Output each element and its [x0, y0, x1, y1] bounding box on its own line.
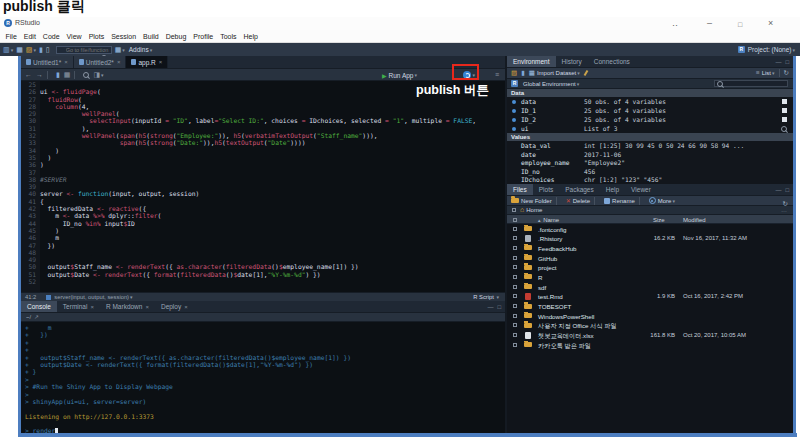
addins-caret-icon[interactable]: ▾: [150, 47, 153, 53]
tab-close-icon[interactable]: ×: [145, 304, 149, 310]
new-file-caret-icon[interactable]: ▾: [11, 47, 14, 53]
tab-close-icon[interactable]: ×: [184, 304, 188, 310]
tab-terminal[interactable]: Terminal×: [57, 301, 100, 312]
menu-code[interactable]: Code: [39, 33, 63, 40]
addins-menu[interactable]: Addins: [129, 46, 149, 53]
tab-plots[interactable]: Plots: [533, 184, 559, 195]
file-checkbox[interactable]: [513, 275, 517, 279]
environment-row-date[interactable]: date2017-11-06: [507, 150, 793, 159]
file-row-project[interactable]: project: [507, 263, 793, 273]
menu-session[interactable]: Session: [108, 33, 140, 40]
tab-r-markdown[interactable]: R Markdown×: [100, 301, 155, 312]
run-app-button[interactable]: ▶ Run App ▾: [382, 69, 417, 81]
rename-button[interactable]: Rename: [612, 198, 635, 204]
environment-row-ui[interactable]: uiList of 3: [507, 124, 793, 133]
column-size[interactable]: Size: [653, 217, 665, 223]
import-dataset-button[interactable]: Import Dataset: [537, 70, 576, 76]
list-view-caret-icon[interactable]: ▾: [772, 70, 775, 76]
new-folder-button[interactable]: New Folder: [521, 198, 552, 204]
workspace-panes-caret-icon[interactable]: ▾: [122, 47, 125, 53]
project-chooser[interactable]: R Project: (None) ▾: [738, 43, 795, 56]
environment-row-employee-name[interactable]: employee_name"Employee2": [507, 158, 793, 167]
environment-row-data-val[interactable]: Data_valint [1:25] 30 99 45 0 50 24 66 9…: [507, 141, 793, 150]
new-project-icon[interactable]: ▦: [16, 45, 23, 54]
file-checkbox[interactable]: [513, 294, 517, 298]
file-row-rhistory[interactable]: .Rhistory16.2 KBNov 16, 2017, 11:32 AM: [507, 234, 793, 244]
import-dataset-icon[interactable]: ▦: [529, 69, 535, 77]
delete-button[interactable]: Delete: [573, 198, 590, 204]
view-data-icon[interactable]: [782, 108, 787, 113]
window-maximize-icon[interactable]: □: [738, 19, 742, 30]
global-environment-caret-icon[interactable]: ▾: [577, 81, 580, 87]
panel-minimize-icon[interactable]: —: [487, 304, 493, 310]
tab-history[interactable]: History: [556, 56, 588, 67]
view-data-icon[interactable]: [782, 99, 787, 104]
file-row-r[interactable]: R: [507, 272, 793, 282]
tab-connections[interactable]: Connections: [588, 56, 636, 67]
tab-files[interactable]: Files: [507, 184, 533, 195]
global-environment-selector[interactable]: Global Environment: [523, 81, 576, 87]
tab-close-icon[interactable]: ×: [117, 59, 121, 65]
column-modified[interactable]: Modified: [683, 217, 706, 223]
menu-build[interactable]: Build: [140, 33, 163, 40]
file-checkbox[interactable]: [513, 314, 517, 318]
file-checkbox[interactable]: [513, 256, 517, 260]
view-data-icon[interactable]: [782, 117, 787, 122]
open-file-icon[interactable]: ▨: [26, 45, 33, 54]
file-row-office[interactable]: 사용자 지정 Office 서식 파일: [507, 321, 793, 331]
breadcrumb-home[interactable]: Home: [526, 207, 542, 213]
window-minimize-icon[interactable]: –: [707, 18, 712, 29]
file-type-selector[interactable]: R Script ▾: [473, 294, 499, 300]
select-all-checkbox[interactable]: [512, 208, 516, 212]
source-on-save-icon[interactable]: ▦: [64, 70, 71, 79]
menu-file[interactable]: File: [2, 33, 20, 40]
file-checkbox[interactable]: [513, 246, 517, 250]
file-row-feedbackhub[interactable]: FeedbackHub: [507, 243, 793, 253]
tab-help[interactable]: Help: [600, 184, 625, 195]
menu-help[interactable]: Help: [240, 33, 261, 40]
rename-icon[interactable]: [604, 198, 610, 204]
new-file-icon[interactable]: ▥: [3, 45, 10, 54]
window-close-icon[interactable]: ×: [768, 18, 773, 29]
tab-close-icon[interactable]: ×: [90, 304, 94, 310]
breadcrumb-more-icon[interactable]: …: [781, 207, 787, 213]
back-icon[interactable]: ←: [25, 70, 32, 79]
list-view-button[interactable]: List: [762, 70, 771, 76]
panel-minimize-icon[interactable]: —: [775, 187, 781, 193]
file-row-tobesoft[interactable]: TOBESOFT: [507, 302, 793, 312]
new-folder-icon[interactable]: [511, 198, 519, 203]
environment-row-id-no[interactable]: ID_no456: [507, 167, 793, 176]
column-name[interactable]: ▲ Name: [537, 217, 559, 223]
file-row-github[interactable]: GitHub: [507, 253, 793, 263]
save-file-icon[interactable]: ▮: [56, 70, 60, 79]
import-dataset-caret-icon[interactable]: ▾: [577, 70, 580, 76]
menu-plots[interactable]: Plots: [85, 33, 108, 40]
menu-tools[interactable]: Tools: [217, 33, 240, 40]
file-checkbox[interactable]: [513, 304, 517, 308]
inspect-object-icon[interactable]: [781, 126, 787, 132]
menu-profile[interactable]: Profile: [190, 33, 217, 40]
file-row-sdf[interactable]: sdf: [507, 282, 793, 292]
file-row-fontconfig[interactable]: .fontconfig: [507, 224, 793, 234]
clear-objects-broom-icon[interactable]: [583, 70, 588, 76]
panel-minimize-icon[interactable]: —: [775, 59, 781, 65]
file-row-windowspowershell[interactable]: WindowsPowerShell: [507, 311, 793, 321]
console-output[interactable]: + m+ })+ + + output$Staff_name <- render…: [21, 322, 505, 433]
forward-icon[interactable]: →: [36, 70, 43, 79]
refresh-icon[interactable]: ↻: [784, 69, 789, 77]
document-outline-icon[interactable]: ≡: [495, 71, 499, 78]
file-checkbox[interactable]: [513, 343, 517, 347]
tab-untitled1[interactable]: Untitled1*×: [21, 56, 74, 68]
code-tools-caret-icon[interactable]: ▾: [101, 72, 104, 78]
tab-app-r[interactable]: app.R×: [126, 56, 168, 68]
open-file-caret-icon[interactable]: ▾: [33, 47, 36, 53]
delete-icon[interactable]: ✕: [566, 197, 571, 204]
file-checkbox[interactable]: [513, 265, 517, 269]
code-editor[interactable]: 2526ui <- fluidPage(27 fluidRow(28 colum…: [21, 81, 505, 292]
file-checkbox[interactable]: [513, 285, 517, 289]
tab-deploy[interactable]: Deploy×: [155, 301, 194, 312]
find-replace-icon[interactable]: [83, 72, 89, 78]
scope-selector[interactable]: server(input, output, session): [54, 294, 129, 300]
more-caret-icon[interactable]: ▾: [672, 198, 675, 204]
tab-close-icon[interactable]: ×: [159, 59, 163, 65]
